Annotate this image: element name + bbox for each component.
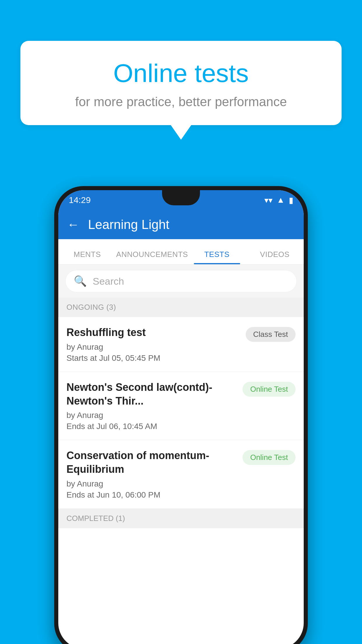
status-icons: ▾▾ ▲ ▮: [264, 195, 293, 205]
test-name: Reshuffling test: [66, 326, 240, 340]
notch: [162, 190, 200, 205]
test-name: Newton's Second law(contd)-Newton's Thir…: [66, 381, 237, 408]
tab-announcements[interactable]: ANNOUNCEMENTS: [116, 250, 188, 264]
test-badge: Online Test: [242, 382, 296, 397]
test-content: Reshuffling test by Anurag Starts at Jul…: [66, 326, 240, 363]
top-bar: ← Learning Light: [58, 210, 304, 239]
bubble-subtitle: for more practice, better performance: [41, 94, 321, 109]
tabs-bar: MENTS ANNOUNCEMENTS TESTS VIDEOS: [58, 239, 304, 265]
status-time: 14:29: [69, 195, 91, 205]
search-container: 🔍 Search: [58, 265, 304, 298]
completed-title: COMPLETED (1): [66, 514, 125, 523]
search-placeholder-text: Search: [93, 276, 124, 287]
ongoing-section-header: ONGOING (3): [58, 298, 304, 317]
back-button[interactable]: ←: [67, 218, 79, 232]
test-author: by Anurag: [66, 342, 240, 352]
phone-frame: 14:29 ▾▾ ▲ ▮ ← Learning Light MENTS ANNO…: [54, 186, 308, 644]
test-item[interactable]: Conservation of momentum-Equilibrium by …: [58, 440, 304, 509]
battery-icon: ▮: [289, 195, 293, 205]
status-bar: 14:29 ▾▾ ▲ ▮: [58, 190, 304, 210]
test-time: Ends at Jun 10, 06:00 PM: [66, 490, 237, 500]
test-author: by Anurag: [66, 479, 237, 489]
app-title: Learning Light: [88, 217, 169, 232]
tab-tests[interactable]: TESTS: [188, 250, 246, 264]
bubble-arrow: [171, 125, 191, 140]
phone-inner: 14:29 ▾▾ ▲ ▮ ← Learning Light MENTS ANNO…: [58, 190, 304, 644]
tab-videos[interactable]: VIDEOS: [246, 250, 304, 264]
test-item[interactable]: Newton's Second law(contd)-Newton's Thir…: [58, 372, 304, 440]
ongoing-title: ONGOING (3): [66, 303, 116, 312]
test-badge: Online Test: [242, 450, 296, 465]
tab-ments[interactable]: MENTS: [58, 250, 116, 264]
search-box[interactable]: 🔍 Search: [65, 270, 297, 292]
test-time: Starts at Jul 05, 05:45 PM: [66, 354, 240, 363]
test-author: by Anurag: [66, 411, 237, 420]
signal-icon: ▲: [277, 195, 285, 205]
test-time: Ends at Jul 06, 10:45 AM: [66, 422, 237, 431]
wifi-icon: ▾▾: [264, 195, 273, 205]
test-badge: Class Test: [246, 327, 296, 342]
speech-bubble: Online tests for more practice, better p…: [20, 41, 342, 125]
speech-bubble-container: Online tests for more practice, better p…: [20, 41, 342, 140]
test-content: Conservation of momentum-Equilibrium by …: [66, 449, 237, 500]
bubble-title: Online tests: [41, 58, 321, 88]
completed-section-header: COMPLETED (1): [58, 509, 304, 528]
search-icon: 🔍: [74, 275, 87, 287]
test-item[interactable]: Reshuffling test by Anurag Starts at Jul…: [58, 317, 304, 372]
test-name: Conservation of momentum-Equilibrium: [66, 449, 237, 476]
test-content: Newton's Second law(contd)-Newton's Thir…: [66, 381, 237, 431]
